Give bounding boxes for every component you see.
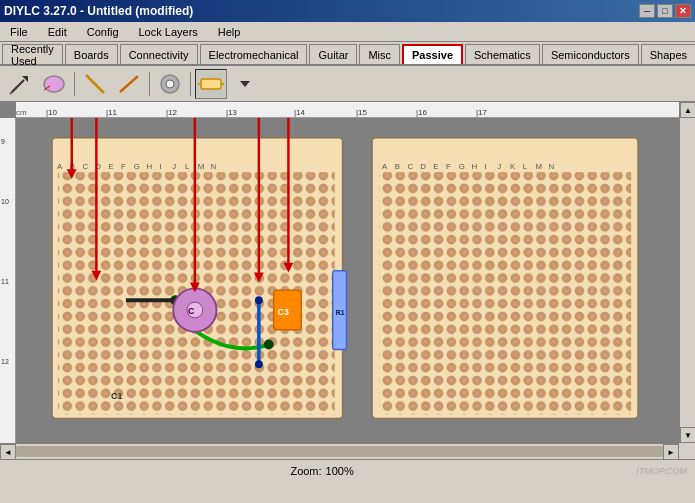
minimize-button[interactable]: ─	[639, 4, 655, 18]
tab-guitar[interactable]: Guitar	[309, 44, 357, 64]
menu-lock-layers[interactable]: Lock Layers	[133, 24, 204, 40]
svg-text:G: G	[459, 162, 465, 171]
ruler-vertical: 9 10 11 12	[0, 118, 16, 443]
tabs-bar: Recently Used Boards Connectivity Electr…	[0, 42, 695, 66]
menu-help[interactable]: Help	[212, 24, 247, 40]
zoom-control: Zoom: 100%	[290, 465, 353, 477]
svg-point-35	[255, 360, 263, 368]
status-bar: Zoom: 100% ITMOP.COM	[0, 459, 695, 481]
scrollbar-corner	[679, 443, 695, 459]
window-title: DIYLC 3.27.0 - Untitled (modified)	[4, 4, 193, 18]
svg-text:C3: C3	[278, 307, 289, 317]
maximize-button[interactable]: □	[657, 4, 673, 18]
toolbar-separator-3	[190, 72, 191, 96]
svg-point-34	[255, 296, 263, 304]
menu-bar: File Edit Config Lock Layers Help	[0, 22, 695, 42]
svg-text:R1: R1	[336, 309, 345, 316]
horizontal-scrollbar[interactable]: ◄ ►	[0, 443, 679, 459]
tab-misc[interactable]: Misc	[359, 44, 400, 64]
svg-text:M: M	[536, 162, 543, 171]
svg-text:C1: C1	[111, 391, 122, 401]
svg-text:M: M	[198, 162, 205, 171]
svg-text:H: H	[472, 162, 478, 171]
tab-connectivity[interactable]: Connectivity	[120, 44, 198, 64]
svg-text:C: C	[408, 162, 414, 171]
scroll-right-button[interactable]: ►	[663, 444, 679, 459]
svg-text:C: C	[188, 306, 195, 316]
svg-text:L: L	[185, 162, 190, 171]
menu-edit[interactable]: Edit	[42, 24, 73, 40]
svg-text:A: A	[57, 162, 63, 171]
vertical-scrollbar[interactable]: ▲ ▼	[679, 102, 695, 443]
ruler-horizontal: cm |10 |11 |12 |13 |14 |15 |16 |17	[16, 102, 679, 118]
toolbar	[0, 66, 695, 102]
svg-text:N: N	[211, 162, 217, 171]
tab-semiconductors[interactable]: Semiconductors	[542, 44, 639, 64]
svg-point-3	[44, 76, 64, 92]
svg-text:L: L	[523, 162, 528, 171]
scroll-left-button[interactable]: ◄	[0, 444, 16, 459]
svg-text:G: G	[134, 162, 140, 171]
menu-config[interactable]: Config	[81, 24, 125, 40]
scroll-up-button[interactable]: ▲	[680, 102, 695, 118]
window-controls: ─ □ ✕	[639, 4, 691, 18]
svg-point-8	[166, 80, 174, 88]
svg-rect-59	[379, 172, 631, 414]
svg-text:D: D	[420, 162, 426, 171]
scrollbar-thumb-h[interactable]	[16, 446, 663, 457]
toolbar-separator-1	[74, 72, 75, 96]
svg-text:J: J	[497, 162, 501, 171]
scroll-down-button[interactable]: ▼	[680, 427, 695, 443]
svg-line-5	[86, 75, 104, 93]
tab-recently-used[interactable]: Recently Used	[2, 44, 63, 64]
zoom-value: 100%	[326, 465, 354, 477]
close-button[interactable]: ✕	[675, 4, 691, 18]
svg-text:K: K	[510, 162, 516, 171]
tab-boards[interactable]: Boards	[65, 44, 118, 64]
title-bar: DIYLC 3.27.0 - Untitled (modified) ─ □ ✕	[0, 0, 695, 22]
svg-text:F: F	[446, 162, 451, 171]
canvas-wrapper: cm |10 |11 |12 |13 |14 |15 |16 |17 9 10 …	[0, 102, 695, 459]
svg-rect-9	[201, 79, 221, 89]
svg-text:I: I	[159, 162, 161, 171]
svg-text:B: B	[395, 162, 400, 171]
svg-text:I: I	[484, 162, 486, 171]
svg-text:F: F	[121, 162, 126, 171]
dropdown-arrow[interactable]	[229, 69, 261, 99]
toolbar-separator-2	[149, 72, 150, 96]
component-tool-button[interactable]	[154, 69, 186, 99]
main-canvas[interactable]: A B C D E F G H I J L M N	[16, 118, 679, 443]
svg-text:C: C	[83, 162, 89, 171]
svg-line-6	[120, 76, 138, 92]
zoom-label: Zoom:	[290, 465, 321, 477]
svg-text:J: J	[172, 162, 176, 171]
wire-tool-button[interactable]	[79, 69, 111, 99]
passive-tool-button[interactable]	[195, 69, 227, 99]
tab-passive[interactable]: Passive	[402, 44, 463, 64]
watermark: ITMOP.COM	[636, 466, 687, 476]
svg-marker-12	[240, 81, 250, 87]
svg-text:E: E	[433, 162, 438, 171]
select-tool-button[interactable]	[4, 69, 36, 99]
svg-text:N: N	[548, 162, 554, 171]
svg-point-31	[264, 340, 274, 350]
svg-text:E: E	[108, 162, 113, 171]
ellipse-tool-button[interactable]	[38, 69, 70, 99]
svg-text:H: H	[147, 162, 153, 171]
line-tool-button[interactable]	[113, 69, 145, 99]
svg-text:A: A	[382, 162, 388, 171]
tab-electromechanical[interactable]: Electromechanical	[200, 44, 308, 64]
tab-schematics[interactable]: Schematics	[465, 44, 540, 64]
tab-shapes[interactable]: Shapes	[641, 44, 695, 64]
menu-file[interactable]: File	[4, 24, 34, 40]
